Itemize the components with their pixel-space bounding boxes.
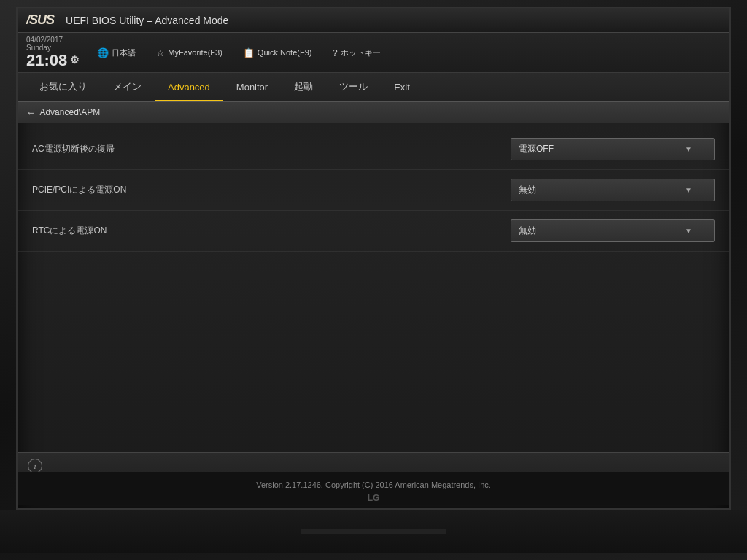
rtc-power-dropdown-arrow: ▼ xyxy=(685,227,692,235)
breadcrumb-arrow: ← xyxy=(28,106,34,118)
tab-main[interactable]: メイン xyxy=(100,73,155,101)
breadcrumb: ← Advanced\APM xyxy=(18,102,729,123)
date-display: 04/02/2017 Sunday xyxy=(26,36,80,52)
setting-row-pcie-power: PCIE/PCIによる電源ON 無効 ▼ xyxy=(18,170,729,211)
monitor-frame: /SUS UEFI BIOS Utility – Advanced Mode 0… xyxy=(0,0,747,560)
rtc-power-dropdown[interactable]: 無効 ▼ xyxy=(511,219,715,242)
version-text: Version 2.17.1246. Copyright (C) 2016 Am… xyxy=(256,481,491,489)
tab-advanced[interactable]: Advanced xyxy=(155,74,223,101)
language-icon: 🌐 xyxy=(97,47,109,58)
quicknote-icon: 📋 xyxy=(243,47,255,58)
tab-kidou[interactable]: 起動 xyxy=(281,73,326,101)
tab-exit[interactable]: Exit xyxy=(381,74,423,100)
pcie-power-label: PCIE/PCIによる電源ON xyxy=(32,184,511,196)
rtc-power-value: 無効 xyxy=(519,225,536,237)
nav-tabs: お気に入り メイン Advanced Monitor 起動 ツール Exit xyxy=(18,73,729,102)
hotkey-label: ホットキー xyxy=(341,47,381,58)
ac-power-label: AC電源切断後の復帰 xyxy=(32,143,511,155)
breadcrumb-path: Advanced\APM xyxy=(39,107,100,117)
toolbar-row: 04/02/2017 Sunday 21:08 ⚙ 🌐 日本語 ☆ MyFavo… xyxy=(18,33,729,73)
setting-row-rtc-power: RTCによる電源ON 無効 ▼ xyxy=(18,211,729,252)
bios-title: UEFI BIOS Utility – Advanced Mode xyxy=(66,15,228,26)
tab-tools[interactable]: ツール xyxy=(326,73,381,101)
quicknote-label: Quick Note(F9) xyxy=(258,48,312,57)
ac-power-value: 電源OFF xyxy=(519,143,554,155)
myfavorite-button[interactable]: ☆ MyFavorite(F3) xyxy=(153,46,225,60)
myfavorite-icon: ☆ xyxy=(156,47,165,58)
pcie-power-value: 無効 xyxy=(519,184,536,196)
language-label: 日本語 xyxy=(112,47,136,58)
quicknote-button[interactable]: 📋 Quick Note(F9) xyxy=(240,46,315,60)
lg-brand: LG xyxy=(18,491,729,505)
info-icon: i xyxy=(28,459,42,473)
main-content: ← Advanced\APM AC電源切断後の復帰 電源OFF ▼ xyxy=(18,102,729,508)
tab-okiniari[interactable]: お気に入り xyxy=(26,73,100,101)
settings-container: AC電源切断後の復帰 電源OFF ▼ PCIE/PCIによる電源ON 無効 ▼ xyxy=(18,123,729,257)
monitor-bottom-bezel xyxy=(0,510,747,553)
asus-logo: /SUS xyxy=(26,12,54,28)
monitor-stand xyxy=(301,529,446,534)
gear-icon[interactable]: ⚙ xyxy=(70,55,80,66)
ac-power-dropdown-arrow: ▼ xyxy=(685,145,692,153)
tab-monitor[interactable]: Monitor xyxy=(223,74,281,100)
header-bar: /SUS UEFI BIOS Utility – Advanced Mode xyxy=(18,8,729,33)
bios-screen: /SUS UEFI BIOS Utility – Advanced Mode 0… xyxy=(16,7,731,510)
rtc-power-label: RTCによる電源ON xyxy=(32,225,511,237)
hotkey-button[interactable]: ? ホットキー xyxy=(329,46,383,60)
datetime-display: 04/02/2017 Sunday 21:08 ⚙ xyxy=(26,36,80,69)
setting-row-ac-power: AC電源切断後の復帰 電源OFF ▼ xyxy=(18,129,729,170)
pcie-power-dropdown-arrow: ▼ xyxy=(685,186,692,194)
language-button[interactable]: 🌐 日本語 xyxy=(94,46,139,60)
hotkey-icon: ? xyxy=(332,47,337,58)
pcie-power-dropdown[interactable]: 無効 ▼ xyxy=(511,179,715,201)
time-display: 21:08 ⚙ xyxy=(26,52,80,69)
ac-power-dropdown[interactable]: 電源OFF ▼ xyxy=(511,138,715,160)
myfavorite-label: MyFavorite(F3) xyxy=(168,48,222,57)
